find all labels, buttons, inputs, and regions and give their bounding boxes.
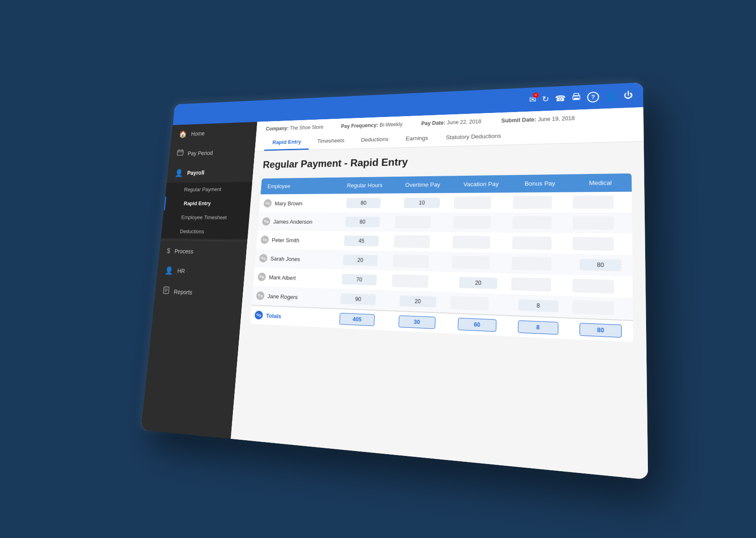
regular_hours-input[interactable] [344, 235, 379, 246]
mail-badge: 6 [533, 92, 538, 98]
link-icon[interactable] [259, 254, 267, 262]
sidebar-item-hr[interactable]: 👤 HR [156, 260, 245, 283]
sidebar-item-reports-label: Reports [173, 288, 192, 295]
vacation_pay-empty [450, 296, 489, 310]
regular_hours-input[interactable] [346, 198, 380, 208]
cell-overtime_pay [389, 251, 449, 272]
totals-link-icon[interactable] [254, 311, 263, 320]
sidebar-item-hr-label: HR [177, 268, 185, 274]
user-circle-icon[interactable]: 👤 [605, 91, 617, 102]
vacation_pay-empty [453, 216, 490, 229]
regular_hours-input[interactable] [343, 255, 378, 266]
sidebar-item-payroll[interactable]: 👤 Payroll [166, 162, 253, 183]
pay-date-info: Pay Date: June 22, 2018 [421, 118, 492, 126]
sidebar-divider-1 [161, 240, 247, 241]
top-bar-icons: ✉ 6 ↻ ☎ ? 👤 ⏻ [529, 90, 633, 105]
tab-rapid-entry[interactable]: Rapid Entry [264, 134, 310, 151]
employee-name: James Anderson [273, 218, 312, 225]
col-bonus-pay: Bonus Pay [510, 174, 569, 193]
regular_hours-input[interactable] [341, 293, 376, 305]
employee-name: Sarah Jones [270, 255, 300, 262]
company-label: Company: The Shoe Store [266, 124, 333, 132]
sidebar-item-home[interactable]: 🏠 Home [170, 122, 257, 144]
link-icon[interactable] [256, 291, 264, 300]
totals-bonus_pay [507, 315, 569, 339]
vacation_pay-empty [452, 236, 490, 249]
sidebar-item-reports[interactable]: Reports [154, 281, 244, 305]
regular_hours-input[interactable] [345, 217, 380, 227]
sidebar-submenu-employee-timesheet[interactable]: Employee Timesheet [162, 210, 250, 225]
cell-bonus_pay [509, 213, 569, 233]
tab-deductions[interactable]: Deductions [352, 131, 397, 148]
medical-empty [572, 195, 613, 208]
totals-label-text: Totals [266, 312, 281, 319]
bonus_pay-input[interactable] [518, 299, 559, 312]
sidebar-submenu-rapid-entry[interactable]: Rapid Entry [164, 196, 251, 210]
col-vacation-pay: Vacation Pay [451, 175, 511, 193]
cell-overtime_pay [392, 213, 451, 232]
employee-cell: Sarah Jones [254, 249, 332, 269]
bonus_pay-empty [513, 196, 552, 209]
link-icon[interactable] [260, 235, 269, 244]
totals-overtime_pay-input[interactable] [398, 315, 435, 329]
table-header-row: Employee Regular Hours Overtime Pay Vaca… [260, 174, 631, 195]
sidebar-submenu-deductions[interactable]: Deductions [161, 224, 249, 239]
totals-vacation_pay [446, 312, 507, 336]
tablet-frame: ✉ 6 ↻ ☎ ? 👤 ⏻ [141, 82, 648, 480]
cell-bonus_pay [508, 294, 569, 317]
content-area: Company: The Shoe Store Pay Frequency: B… [231, 107, 648, 480]
power-icon[interactable]: ⏻ [624, 91, 633, 100]
cell-overtime_pay [388, 291, 448, 313]
print-icon[interactable] [571, 92, 581, 104]
bonus_pay-empty [512, 236, 551, 250]
link-icon[interactable] [262, 217, 270, 226]
tab-earnings[interactable]: Earnings [397, 130, 437, 147]
totals-overtime_pay [387, 310, 447, 333]
medical-empty [572, 300, 614, 315]
link-icon[interactable] [263, 199, 272, 207]
cell-bonus_pay [509, 253, 569, 275]
bonus_pay-empty [512, 216, 552, 229]
overtime_pay-input[interactable] [399, 295, 436, 308]
regular_hours-input[interactable] [341, 274, 377, 286]
employee-cell: Peter Smith [256, 230, 332, 250]
totals-medical-input[interactable] [579, 323, 621, 338]
overtime_pay-empty [394, 216, 431, 229]
tab-timesheets[interactable]: Timesheets [308, 133, 353, 149]
screen-wrapper: ✉ 6 ↻ ☎ ? 👤 ⏻ [131, 85, 625, 453]
refresh-icon[interactable]: ↻ [542, 94, 549, 104]
sidebar-item-process-label: Process [174, 248, 193, 255]
sidebar-submenu-regular-payment[interactable]: Regular Payment [165, 182, 252, 197]
totals-regular_hours-input[interactable] [339, 313, 375, 326]
bonus_pay-empty [511, 277, 551, 291]
cell-overtime_pay [390, 232, 450, 252]
vacation_pay-input[interactable] [459, 277, 498, 289]
employee-name: Mark Albert [269, 274, 296, 281]
cell-bonus_pay [510, 192, 569, 213]
submit-date-info: Submit Date: June 19, 2018 [501, 115, 585, 124]
medical-empty [572, 237, 613, 251]
cell-vacation_pay [447, 292, 508, 315]
medical-input[interactable] [580, 259, 621, 271]
totals-bonus_pay-input[interactable] [518, 320, 558, 334]
tab-statutory-deductions[interactable]: Statutory Deductions [437, 128, 511, 146]
employee-cell: Mary Brown [259, 194, 335, 212]
employee-name: Mary Brown [274, 200, 302, 206]
phone-icon[interactable]: ☎ [555, 93, 565, 104]
cell-regular_hours [332, 231, 392, 251]
help-icon[interactable]: ? [587, 91, 599, 103]
overtime_pay-input[interactable] [404, 197, 440, 208]
overtime_pay-empty [393, 235, 430, 248]
mail-icon[interactable]: ✉ 6 [529, 95, 536, 104]
sidebar-item-payperiod[interactable]: Pay Period [169, 142, 256, 164]
employee-cell: Mark Albert [253, 267, 331, 288]
employee-cell: Jane Rogers [251, 286, 329, 308]
totals-vacation_pay-input[interactable] [458, 318, 496, 332]
cell-overtime_pay [393, 193, 451, 212]
totals-regular_hours [327, 308, 388, 330]
sidebar-item-home-label: Home [191, 130, 205, 137]
cell-medical [569, 296, 633, 320]
link-icon[interactable] [257, 273, 266, 281]
cell-medical [569, 275, 633, 298]
sidebar-item-process[interactable]: $ Process [158, 242, 247, 262]
